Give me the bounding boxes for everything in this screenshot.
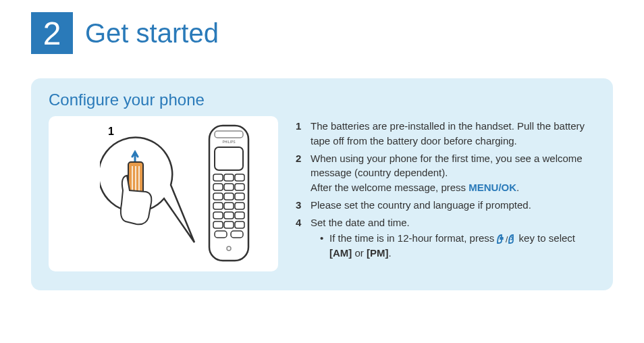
step-4-sub-suffix: . — [389, 247, 392, 259]
illustration-box: 1 PHILIP — [49, 116, 278, 271]
configure-phone-section: Configure your phone 1 — [31, 78, 613, 290]
svg-rect-7 — [215, 147, 243, 170]
chapter-title: Get started — [85, 18, 219, 49]
step-3-text: Please set the country and language if p… — [311, 199, 531, 211]
svg-rect-25 — [235, 221, 244, 228]
step-3: Please set the country and language if p… — [296, 198, 595, 213]
svg-text:/: / — [506, 235, 508, 244]
chapter-number-badge: 2 — [31, 12, 73, 54]
cordless-handset-icon: PHILIPS — [205, 123, 252, 265]
svg-rect-20 — [213, 212, 223, 219]
svg-rect-22 — [235, 212, 244, 219]
menu-ok-label: MENU/OK — [468, 182, 516, 193]
svg-rect-19 — [235, 203, 244, 209]
svg-rect-17 — [213, 203, 223, 209]
phonebook-redial-key-icon: / — [497, 234, 516, 244]
step-4-sub-prefix: If the time is in 12-hour format, press — [329, 232, 497, 244]
pm-label: [PM] — [367, 247, 389, 259]
chapter-number: 2 — [43, 15, 61, 52]
step-4-text: Set the date and time. — [311, 217, 410, 228]
section-title: Configure your phone — [49, 90, 595, 109]
svg-rect-23 — [213, 221, 223, 228]
svg-rect-12 — [224, 184, 234, 190]
svg-rect-21 — [224, 212, 234, 219]
step-4-sub-mid: key to select — [516, 232, 575, 244]
svg-rect-14 — [213, 193, 223, 200]
svg-rect-18 — [224, 203, 234, 209]
step-2: When using your phone for the first time… — [296, 151, 595, 195]
step-1: The batteries are pre-installed in the h… — [296, 119, 595, 149]
svg-text:PHILIPS: PHILIPS — [222, 140, 236, 144]
section-body: 1 PHILIP — [49, 116, 595, 271]
svg-rect-9 — [224, 174, 234, 181]
svg-rect-26 — [215, 231, 227, 238]
svg-rect-10 — [235, 174, 244, 181]
step-4-sublist: If the time is in 12-hour format, press … — [311, 231, 595, 261]
step-2-text-b-suffix: . — [516, 182, 519, 193]
svg-rect-13 — [235, 184, 244, 190]
step-2-text-b-prefix: After the welcome message, press — [311, 182, 468, 193]
step-4-sub: If the time is in 12-hour format, press … — [320, 231, 595, 261]
step-1-text: The batteries are pre-installed in the h… — [311, 120, 585, 147]
step-2-text-a: When using your phone for the first time… — [311, 153, 583, 179]
svg-rect-24 — [224, 221, 234, 228]
am-label: [AM] — [329, 247, 352, 259]
step-list: The batteries are pre-installed in the h… — [296, 119, 595, 261]
svg-rect-11 — [213, 184, 223, 190]
step-4: Set the date and time. If the time is in… — [296, 215, 595, 261]
svg-rect-8 — [213, 174, 223, 181]
svg-rect-27 — [231, 231, 243, 238]
step-4-sub-or: or — [352, 247, 367, 259]
battery-tape-pull-icon — [116, 150, 170, 231]
svg-rect-16 — [235, 193, 244, 200]
instructions: The batteries are pre-installed in the h… — [296, 116, 595, 263]
chapter-header: 2 Get started — [0, 0, 644, 54]
svg-rect-15 — [224, 193, 234, 200]
